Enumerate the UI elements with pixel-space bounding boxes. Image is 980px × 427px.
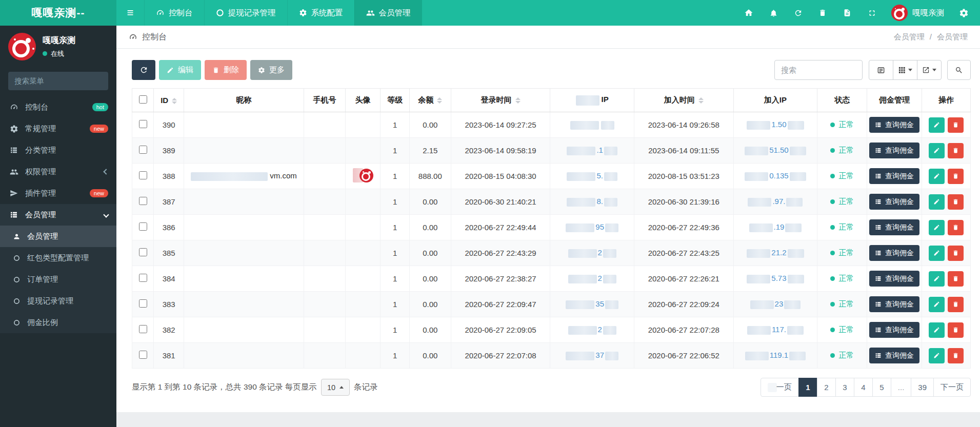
sidebar-user-panel: 嘎嘎亲测 在线 — [0, 26, 116, 68]
query-commission-button[interactable]: 查询佣金 — [869, 296, 919, 312]
submenu-item-orders[interactable]: 订单管理 — [0, 269, 116, 290]
submenu-item-redpacket-config[interactable]: 红包类型配置管理 — [0, 247, 116, 269]
detail-view-button[interactable] — [869, 60, 893, 80]
sidebar-item-dashboard[interactable]: 控制台 hot — [0, 96, 116, 118]
search-button[interactable] — [947, 60, 971, 80]
pagination-page-5[interactable]: 5 — [872, 378, 891, 397]
expand-icon[interactable] — [862, 0, 882, 26]
sidebar-item-categories[interactable]: 分类管理 — [0, 139, 116, 161]
row-edit-button[interactable] — [929, 117, 945, 133]
cell-join-time: 2020-06-30 21:39:16 — [634, 189, 733, 215]
sidebar-item-members[interactable]: 会员管理 — [0, 204, 116, 226]
columns-button[interactable] — [893, 60, 917, 80]
query-commission-button[interactable]: 查询佣金 — [869, 143, 919, 158]
status-badge: 正常 — [830, 299, 854, 309]
table-search-input[interactable] — [774, 60, 863, 80]
circle-icon — [11, 298, 22, 304]
home-icon[interactable] — [738, 0, 759, 26]
query-commission-button[interactable]: 查询佣金 — [869, 117, 919, 133]
header-select-all[interactable] — [132, 89, 154, 112]
row-edit-button[interactable] — [929, 271, 945, 287]
delete-button[interactable]: 删除 — [205, 60, 247, 80]
redaction-block — [566, 352, 594, 360]
user-menu[interactable]: 嘎嘎亲测 — [886, 5, 949, 21]
row-delete-button[interactable] — [948, 246, 964, 261]
row-edit-button[interactable] — [929, 322, 945, 338]
breadcrumb-parent[interactable]: 会员管理 — [894, 32, 925, 42]
more-button[interactable]: 更多 — [250, 60, 292, 80]
row-checkbox[interactable] — [139, 171, 147, 179]
row-delete-button[interactable] — [948, 117, 964, 133]
row-edit-button[interactable] — [929, 348, 945, 363]
query-commission-button[interactable]: 查询佣金 — [869, 219, 919, 235]
pagination-prev[interactable]: 一页 — [761, 378, 799, 397]
cell-nickname — [184, 266, 304, 292]
pagination-page-3[interactable]: 3 — [835, 378, 854, 397]
row-delete-button[interactable] — [948, 348, 964, 363]
row-edit-button[interactable] — [929, 297, 945, 312]
row-checkbox[interactable] — [139, 120, 147, 128]
pagination-page-1[interactable]: 1 — [798, 378, 817, 397]
pagination-page-4[interactable]: 4 — [854, 378, 873, 397]
sidebar-item-general[interactable]: 常规管理 new — [0, 118, 116, 139]
sidebar-toggle-button[interactable]: ≡ — [116, 0, 144, 26]
select-all-checkbox[interactable] — [139, 95, 147, 104]
row-checkbox[interactable] — [139, 197, 147, 205]
row-delete-button[interactable] — [948, 297, 964, 312]
row-edit-button[interactable] — [929, 143, 945, 158]
row-checkbox[interactable] — [139, 299, 147, 308]
page-size-select[interactable]: 10 — [321, 379, 350, 396]
nav-item-system-config[interactable]: 系统配置 — [287, 0, 354, 26]
cell-level: 1 — [381, 292, 410, 317]
submenu-item-member-management[interactable]: 会员管理 — [0, 226, 116, 247]
header-id[interactable]: ID — [154, 89, 184, 112]
submenu-item-commission-rate[interactable]: 佣金比例 — [0, 312, 116, 333]
trash-icon[interactable] — [812, 0, 833, 26]
sidebar-item-permissions[interactable]: 权限管理 — [0, 161, 116, 182]
row-checkbox[interactable] — [139, 351, 147, 359]
query-commission-button[interactable]: 查询佣金 — [869, 322, 919, 338]
row-delete-button[interactable] — [948, 271, 964, 287]
row-delete-button[interactable] — [948, 220, 964, 235]
submenu-item-withdraw-records[interactable]: 提现记录管理 — [0, 290, 116, 312]
sidebar-search-input[interactable] — [8, 72, 108, 90]
file-icon[interactable] — [837, 0, 857, 26]
row-edit-button[interactable] — [929, 169, 945, 184]
edit-button[interactable]: 编辑 — [159, 60, 201, 80]
cogs-icon[interactable] — [953, 0, 974, 26]
row-checkbox[interactable] — [139, 325, 147, 333]
row-checkbox[interactable] — [139, 222, 147, 231]
cell-level: 1 — [381, 189, 410, 215]
row-edit-button[interactable] — [929, 220, 945, 235]
refresh-icon[interactable] — [788, 0, 808, 26]
query-commission-button[interactable]: 查询佣金 — [869, 245, 919, 261]
query-commission-button[interactable]: 查询佣金 — [869, 194, 919, 210]
query-commission-button[interactable]: 查询佣金 — [869, 168, 919, 184]
row-checkbox[interactable] — [139, 146, 147, 154]
row-edit-button[interactable] — [929, 194, 945, 210]
pagination-page-39[interactable]: 39 — [911, 378, 934, 397]
row-checkbox[interactable] — [139, 248, 147, 256]
row-checkbox[interactable] — [139, 274, 147, 282]
header-balance[interactable]: 余额 — [409, 89, 451, 112]
redaction-block — [749, 223, 773, 232]
nav-item-withdraw-records[interactable]: 提现记录管理 — [204, 0, 287, 26]
row-delete-button[interactable] — [948, 322, 964, 338]
pagination-next[interactable]: 下一页 — [933, 378, 971, 397]
nav-item-members[interactable]: 会员管理 — [354, 0, 422, 26]
nav-item-dashboard[interactable]: 控制台 — [144, 0, 204, 26]
pagination-page-2[interactable]: 2 — [817, 378, 836, 397]
export-button[interactable] — [917, 60, 942, 80]
cell-status: 正常 — [817, 266, 867, 292]
sidebar-item-plugins[interactable]: 插件管理 new — [0, 182, 116, 204]
header-login-time[interactable]: 登录时间 — [451, 89, 550, 112]
query-commission-button[interactable]: 查询佣金 — [869, 348, 919, 363]
refresh-button[interactable] — [132, 60, 155, 80]
row-delete-button[interactable] — [948, 194, 964, 210]
row-delete-button[interactable] — [948, 143, 964, 158]
row-edit-button[interactable] — [929, 246, 945, 261]
bell-icon[interactable] — [763, 0, 784, 26]
row-delete-button[interactable] — [948, 169, 964, 184]
header-join-time[interactable]: 加入时间 — [634, 89, 733, 112]
query-commission-button[interactable]: 查询佣金 — [869, 271, 919, 287]
